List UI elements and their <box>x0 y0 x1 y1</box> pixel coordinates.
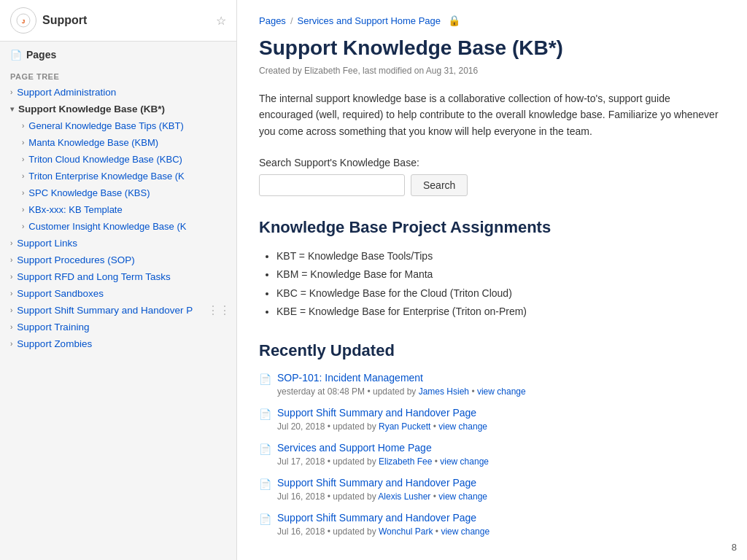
kb-section-title: Knowledge Base Project Assignments <box>259 218 725 237</box>
joyent-logo: J <box>10 7 36 34</box>
lock-icon: 🔒 <box>448 15 460 26</box>
pages-header: 📄 Pages <box>10 49 226 61</box>
search-label: Search Support's Knowledge Base: <box>259 157 725 168</box>
list-item: KBE = Knowledge Base for Enterprise (Tri… <box>276 303 725 321</box>
recent-item-date: Jul 17, 2018 <box>277 456 325 467</box>
view-change-link[interactable]: view change <box>438 421 487 432</box>
list-item: KBM = Knowledge Base for Manta <box>276 265 725 284</box>
recent-item-sep: • updated by <box>367 386 418 397</box>
sidebar-item-support-links[interactable]: › Support Links <box>0 235 236 252</box>
sidebar-item-support-shift-summary[interactable]: › Support Shift Summary and Handover P ⋮… <box>0 302 236 319</box>
recent-item-content: Support Shift Summary and Handover Page … <box>277 407 487 432</box>
recent-item-meta: Jul 16, 2018 • updated by Alexis Lusher … <box>277 491 487 502</box>
sidebar-item-kbx-template[interactable]: › KBx-xxx: KB Template <box>0 201 236 218</box>
sidebar-item-general-kb[interactable]: › General Knowledge Base Tips (KBT) <box>0 117 236 134</box>
sidebar-item-support-sandboxes[interactable]: › Support Sandboxes <box>0 285 236 302</box>
page-title: Support Knowledge Base (KB*) <box>259 36 725 60</box>
recent-item-meta: Jul 16, 2018 • updated by Wonchul Park •… <box>277 526 489 537</box>
doc-icon: 📄 <box>259 513 271 525</box>
star-icon[interactable]: ☆ <box>216 14 226 28</box>
breadcrumb-current-link[interactable]: Services and Support Home Page <box>298 15 441 26</box>
recent-item-date: Jul 16, 2018 <box>277 491 325 502</box>
recent-item-content: Support Shift Summary and Handover Page … <box>277 512 489 537</box>
recent-item-meta: Jul 17, 2018 • updated by Elizabeth Fee … <box>277 456 489 467</box>
search-input[interactable] <box>259 174 405 196</box>
recent-item-author[interactable]: Wonchul Park <box>379 526 433 537</box>
sidebar-item-triton-cloud-kb[interactable]: › Triton Cloud Knowledge Base (KBC) <box>0 151 236 168</box>
recent-item-author[interactable]: Alexis Lusher <box>378 491 430 502</box>
recent-item-4: 📄 Support Shift Summary and Handover Pag… <box>259 512 725 537</box>
recent-item-author[interactable]: Elizabeth Fee <box>379 456 432 467</box>
sidebar-item-triton-enterprise-kb[interactable]: › Triton Enterprise Knowledge Base (K <box>0 168 236 184</box>
chevron-icon: › <box>22 139 24 147</box>
chevron-icon: › <box>10 306 12 314</box>
recent-item-content: Services and Support Home Page Jul 17, 2… <box>277 442 489 467</box>
search-row: Search <box>259 174 725 196</box>
recent-item-title[interactable]: Support Shift Summary and Handover Page <box>277 407 487 419</box>
sidebar-item-label: Support Knowledge Base (KB*) <box>18 104 165 114</box>
doc-icon: 📄 <box>259 478 271 490</box>
recent-item-sep: • updated by <box>328 526 379 537</box>
sidebar-item-label: Customer Insight Knowledge Base (K <box>28 221 186 232</box>
chevron-icon: › <box>22 189 24 197</box>
sidebar-item-support-kb: ▾ Support Knowledge Base (KB*) <box>0 101 236 117</box>
breadcrumb: Pages / Services and Support Home Page 🔒 <box>259 15 725 26</box>
chevron-icon: › <box>10 323 12 331</box>
sidebar-item-support-rfd[interactable]: › Support RFD and Long Term Tasks <box>0 268 236 285</box>
page-number: 8 <box>732 542 737 553</box>
chevron-down-icon: ▾ <box>10 105 14 113</box>
sidebar-item-label: SPC Knowledge Base (KBS) <box>28 187 150 198</box>
pages-icon: 📄 <box>10 50 22 61</box>
sidebar-item-label: Support Shift Summary and Handover P <box>17 305 193 316</box>
sidebar-item-label: Manta Knowledge Base (KBM) <box>28 137 158 148</box>
sidebar-item-label: KBx-xxx: KB Template <box>28 204 122 215</box>
sidebar: J Support ☆ 📄 Pages PAGE TREE › Support … <box>0 0 237 560</box>
chevron-icon: › <box>22 172 24 180</box>
recent-item-title[interactable]: Support Shift Summary and Handover Page <box>277 477 487 489</box>
breadcrumb-separator: / <box>290 15 293 26</box>
chevron-icon: › <box>22 155 24 163</box>
sidebar-item-customer-insight-kb[interactable]: › Customer Insight Knowledge Base (K <box>0 218 236 235</box>
sidebar-item-support-admin[interactable]: › Support Administration <box>0 84 236 101</box>
search-section: Search Support's Knowledge Base: Search <box>259 157 725 196</box>
search-button[interactable]: Search <box>411 174 468 196</box>
pages-section: 📄 Pages <box>0 42 236 69</box>
doc-icon: 📄 <box>259 373 271 385</box>
sidebar-item-label: Support Links <box>17 238 77 249</box>
recent-item-1: 📄 Support Shift Summary and Handover Pag… <box>259 407 725 432</box>
doc-icon: 📄 <box>259 443 271 455</box>
recent-item-title[interactable]: Support Shift Summary and Handover Page <box>277 512 489 524</box>
recent-item-date: Jul 20, 2018 <box>277 421 325 432</box>
doc-icon: 📄 <box>259 408 271 420</box>
sidebar-item-label: Support RFD and Long Term Tasks <box>17 271 170 282</box>
recent-item-title[interactable]: Services and Support Home Page <box>277 442 489 454</box>
page-meta: Created by Elizabeth Fee, last modified … <box>259 66 725 76</box>
sidebar-item-label: Support Training <box>17 322 89 332</box>
recent-item-author[interactable]: Ryan Puckett <box>379 421 430 432</box>
recent-item-date: Jul 16, 2018 <box>277 526 325 537</box>
recent-item-date: yesterday at 08:48 PM <box>277 386 365 397</box>
recent-item-3: 📄 Support Shift Summary and Handover Pag… <box>259 477 725 502</box>
sidebar-item-label: Support Procedures (SOP) <box>17 254 134 265</box>
recent-item-title[interactable]: SOP-101: Incident Management <box>277 372 526 384</box>
sidebar-item-label: Triton Cloud Knowledge Base (KBC) <box>28 154 182 165</box>
sidebar-item-spc-kb[interactable]: › SPC Knowledge Base (KBS) <box>0 184 236 201</box>
recent-item-meta: yesterday at 08:48 PM • updated by James… <box>277 386 526 397</box>
tree: › Support Administration ▾ Support Knowl… <box>0 84 236 352</box>
page-tree-label: PAGE TREE <box>0 69 236 84</box>
chevron-icon: › <box>10 88 12 96</box>
sidebar-item-manta-kb[interactable]: › Manta Knowledge Base (KBM) <box>0 134 236 151</box>
recent-item-meta: Jul 20, 2018 • updated by Ryan Puckett •… <box>277 421 487 432</box>
recent-item-author[interactable]: James Hsieh <box>419 386 469 397</box>
sidebar-item-support-training[interactable]: › Support Training <box>0 319 236 335</box>
pages-label: Pages <box>26 49 56 61</box>
view-change-link[interactable]: view change <box>477 386 526 397</box>
breadcrumb-pages-link[interactable]: Pages <box>259 15 286 26</box>
view-change-link[interactable]: view change <box>438 491 487 502</box>
recent-item-sep2: • <box>471 386 477 397</box>
sidebar-item-support-procedures[interactable]: › Support Procedures (SOP) <box>0 252 236 268</box>
view-change-link[interactable]: view change <box>440 456 489 467</box>
sidebar-item-support-zombies[interactable]: › Support Zombies <box>0 335 236 352</box>
recent-item-content: Support Shift Summary and Handover Page … <box>277 477 487 502</box>
view-change-link[interactable]: view change <box>441 526 489 537</box>
